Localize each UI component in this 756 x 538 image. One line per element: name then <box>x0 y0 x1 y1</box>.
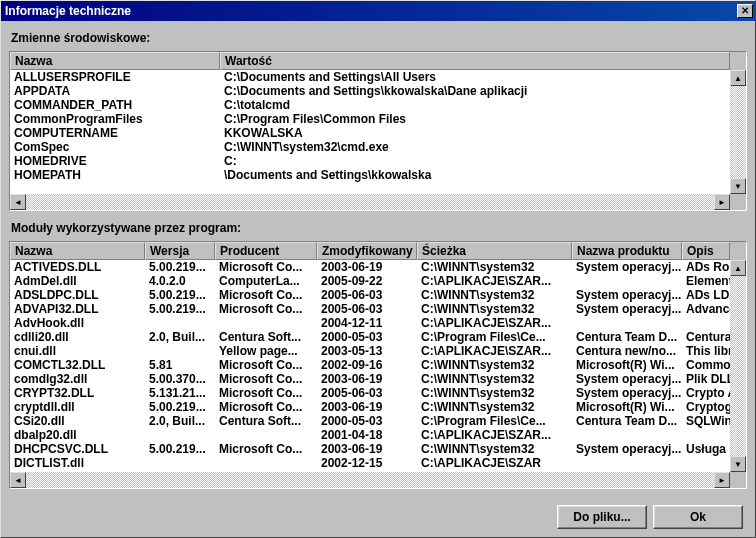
mod-header-path[interactable]: Ścieżka <box>417 242 572 260</box>
mod-prodname-cell: System operacyj... <box>572 442 682 456</box>
mod-version-cell: 5.00.370... <box>145 372 215 386</box>
table-row[interactable]: ACTIVEDS.DLL5.00.219...Microsoft Co...20… <box>10 260 746 274</box>
ok-button[interactable]: Ok <box>653 505 743 529</box>
scroll-right-icon[interactable]: ► <box>714 472 730 488</box>
table-row[interactable]: DHCPCSVC.DLL5.00.219...Microsoft Co...20… <box>10 442 746 456</box>
table-row[interactable]: ADVAPI32.DLL5.00.219...Microsoft Co...20… <box>10 302 746 316</box>
mod-horizontal-scrollbar[interactable]: ◄ ► <box>10 472 730 488</box>
mod-header-name[interactable]: Nazwa <box>10 242 145 260</box>
env-name-cell: COMPUTERNAME <box>10 126 220 140</box>
scroll-corner <box>730 472 746 488</box>
scroll-track[interactable] <box>730 276 746 456</box>
mod-path-cell: C:\APLIKACJE\SZAR... <box>417 344 572 358</box>
table-row[interactable]: cnui.dllYellow page...2003-05-13C:\APLIK… <box>10 344 746 358</box>
to-file-button[interactable]: Do pliku... <box>557 505 647 529</box>
mod-vertical-scrollbar[interactable]: ▲ ▼ <box>730 260 746 472</box>
table-row[interactable]: CommonProgramFilesC:\Program Files\Commo… <box>10 112 746 126</box>
mod-version-cell: 5.131.21... <box>145 386 215 400</box>
scroll-right-icon[interactable]: ► <box>714 194 730 210</box>
env-name-cell: APPDATA <box>10 84 220 98</box>
mod-producer-cell: Microsoft Co... <box>215 302 317 316</box>
table-row[interactable]: cdlli20.dll2.0, Buil...Centura Soft...20… <box>10 330 746 344</box>
mod-path-cell: C:\APLIKACJE\SZAR... <box>417 274 572 288</box>
mod-prodname-cell: Centura new/no... <box>572 344 682 358</box>
mod-prodname-cell <box>572 456 682 470</box>
env-header-value[interactable]: Wartość <box>220 52 730 70</box>
table-row[interactable]: AdmDel.dll4.0.2.0ComputerLa...2005-09-22… <box>10 274 746 288</box>
scroll-down-icon[interactable]: ▼ <box>730 456 746 472</box>
mod-name-cell: ADSLDPC.DLL <box>10 288 145 302</box>
scroll-up-icon[interactable]: ▲ <box>730 70 746 86</box>
env-header-name[interactable]: Nazwa <box>10 52 220 70</box>
mod-modified-cell: 2003-06-19 <box>317 400 417 414</box>
table-row[interactable]: APPDATAC:\Documents and Settings\kkowals… <box>10 84 746 98</box>
scroll-left-icon[interactable]: ◄ <box>10 194 26 210</box>
table-row[interactable]: AdvHook.dll2004-12-11C:\APLIKACJE\SZAR..… <box>10 316 746 330</box>
table-row[interactable]: COMPUTERNAMEKKOWALSKA <box>10 126 746 140</box>
mod-header-prodname[interactable]: Nazwa produktu <box>572 242 682 260</box>
mod-header-desc[interactable]: Opis <box>682 242 730 260</box>
table-row[interactable]: HOMEDRIVEC: <box>10 154 746 168</box>
table-row[interactable]: HOMEPATH\Documents and Settings\kkowalsk… <box>10 168 746 182</box>
mod-name-cell: ACTIVEDS.DLL <box>10 260 145 274</box>
env-horizontal-scrollbar[interactable]: ◄ ► <box>10 194 730 210</box>
mod-producer-cell: Microsoft Co... <box>215 260 317 274</box>
mod-version-cell: 5.00.219... <box>145 288 215 302</box>
mod-version-cell <box>145 428 215 442</box>
table-row[interactable]: ADSLDPC.DLL5.00.219...Microsoft Co...200… <box>10 288 746 302</box>
env-value-cell: C:\Program Files\Common Files <box>220 112 746 126</box>
mod-version-cell: 2.0, Buil... <box>145 414 215 428</box>
mod-name-cell: dbalp20.dll <box>10 428 145 442</box>
mod-producer-cell <box>215 316 317 330</box>
table-row[interactable]: CRYPT32.DLL5.131.21...Microsoft Co...200… <box>10 386 746 400</box>
table-row[interactable]: ALLUSERSPROFILEC:\Documents and Settings… <box>10 70 746 84</box>
close-icon[interactable]: ✕ <box>737 4 753 18</box>
table-row[interactable]: CSi20.dll2.0, Buil...Centura Soft...2000… <box>10 414 746 428</box>
table-row[interactable]: COMMANDER_PATHC:\totalcmd <box>10 98 746 112</box>
table-row[interactable]: DICTLIST.dll2002-12-15C:\APLIKACJE\SZAR <box>10 456 746 470</box>
env-value-cell: KKOWALSKA <box>220 126 746 140</box>
mod-version-cell: 5.00.219... <box>145 400 215 414</box>
table-row[interactable]: ComSpecC:\WINNT\system32\cmd.exe <box>10 140 746 154</box>
mod-name-cell: DHCPCSVC.DLL <box>10 442 145 456</box>
env-vertical-scrollbar[interactable]: ▲ ▼ <box>730 70 746 194</box>
modules-list[interactable]: ACTIVEDS.DLL5.00.219...Microsoft Co...20… <box>10 260 746 474</box>
mod-header-version[interactable]: Wersja <box>145 242 215 260</box>
table-row[interactable]: COMCTL32.DLL5.81Microsoft Co...2002-09-1… <box>10 358 746 372</box>
modules-headers: Nazwa Wersja Producent Zmodyfikowany Ści… <box>10 242 746 260</box>
mod-prodname-cell: System operacyj... <box>572 386 682 400</box>
env-list[interactable]: ALLUSERSPROFILEC:\Documents and Settings… <box>10 70 746 182</box>
modules-panel: Nazwa Wersja Producent Zmodyfikowany Ści… <box>9 241 747 489</box>
mod-path-cell: C:\WINNT\system32 <box>417 260 572 274</box>
mod-name-cell: cryptdll.dll <box>10 400 145 414</box>
mod-header-modified[interactable]: Zmodyfikowany <box>317 242 417 260</box>
mod-prodname-cell: Centura Team D... <box>572 330 682 344</box>
mod-path-cell: C:\WINNT\system32 <box>417 400 572 414</box>
table-row[interactable]: cryptdll.dll5.00.219...Microsoft Co...20… <box>10 400 746 414</box>
scroll-up-icon[interactable]: ▲ <box>730 260 746 276</box>
mod-version-cell: 2.0, Buil... <box>145 330 215 344</box>
mod-path-cell: C:\WINNT\system32 <box>417 386 572 400</box>
modules-section-label: Moduły wykorzystywane przez program: <box>11 221 747 235</box>
mod-path-cell: C:\APLIKACJE\SZAR... <box>417 428 572 442</box>
titlebar: Informacje techniczne ✕ <box>1 1 755 21</box>
env-value-cell: C:\WINNT\system32\cmd.exe <box>220 140 746 154</box>
scroll-down-icon[interactable]: ▼ <box>730 178 746 194</box>
mod-producer-cell: Microsoft Co... <box>215 386 317 400</box>
mod-modified-cell: 2000-05-03 <box>317 330 417 344</box>
scroll-left-icon[interactable]: ◄ <box>10 472 26 488</box>
table-row[interactable]: dbalp20.dll2001-04-18C:\APLIKACJE\SZAR..… <box>10 428 746 442</box>
mod-path-cell: C:\APLIKACJE\SZAR... <box>417 316 572 330</box>
mod-producer-cell <box>215 456 317 470</box>
env-value-cell: C:\Documents and Settings\kkowalska\Dane… <box>220 84 746 98</box>
mod-path-cell: C:\Program Files\Ce... <box>417 414 572 428</box>
scroll-track[interactable] <box>26 472 714 488</box>
mod-version-cell: 5.00.219... <box>145 442 215 456</box>
env-value-cell: C:\totalcmd <box>220 98 746 112</box>
scroll-track[interactable] <box>730 86 746 178</box>
scroll-track[interactable] <box>26 194 714 210</box>
mod-modified-cell: 2003-06-19 <box>317 442 417 456</box>
mod-header-producer[interactable]: Producent <box>215 242 317 260</box>
mod-modified-cell: 2005-06-03 <box>317 288 417 302</box>
table-row[interactable]: comdlg32.dll5.00.370...Microsoft Co...20… <box>10 372 746 386</box>
